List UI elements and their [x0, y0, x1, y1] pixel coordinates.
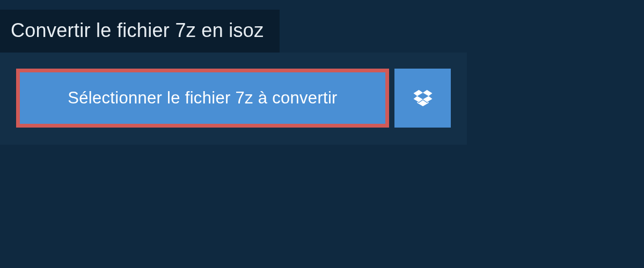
dropbox-button[interactable] — [394, 69, 451, 128]
page-title: Convertir le fichier 7z en isoz — [11, 19, 264, 42]
dropbox-icon — [413, 88, 433, 108]
upload-panel: Sélectionner le fichier 7z à convertir — [0, 53, 467, 145]
select-file-button[interactable]: Sélectionner le fichier 7z à convertir — [16, 69, 389, 128]
title-bar: Convertir le fichier 7z en isoz — [0, 10, 280, 53]
page-container: Convertir le fichier 7z en isoz Sélectio… — [0, 0, 644, 145]
